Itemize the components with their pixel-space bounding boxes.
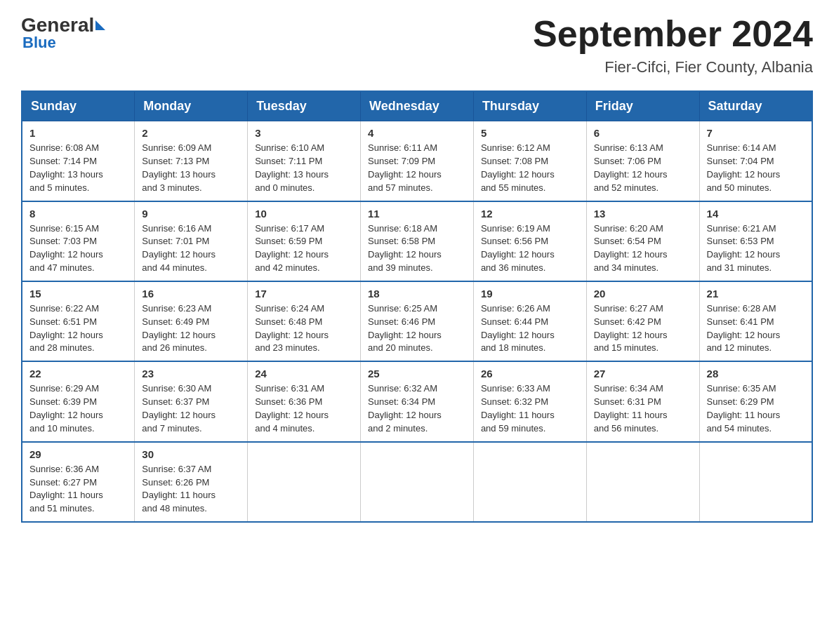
- day-number: 12: [481, 208, 579, 220]
- day-info: Sunrise: 6:25 AMSunset: 6:46 PMDaylight:…: [368, 302, 466, 355]
- day-number: 13: [594, 208, 692, 220]
- day-info: Sunrise: 6:22 AMSunset: 6:51 PMDaylight:…: [29, 302, 127, 355]
- calendar-cell: [586, 442, 699, 522]
- calendar-cell: 17Sunrise: 6:24 AMSunset: 6:48 PMDayligh…: [248, 281, 361, 361]
- day-info: Sunrise: 6:31 AMSunset: 6:36 PMDaylight:…: [255, 382, 353, 435]
- day-number: 1: [29, 127, 127, 139]
- calendar-cell: [699, 442, 812, 522]
- calendar-cell: 19Sunrise: 6:26 AMSunset: 6:44 PMDayligh…: [473, 281, 586, 361]
- calendar-cell: 26Sunrise: 6:33 AMSunset: 6:32 PMDayligh…: [473, 361, 586, 441]
- day-info: Sunrise: 6:17 AMSunset: 6:59 PMDaylight:…: [255, 222, 353, 275]
- calendar-cell: 12Sunrise: 6:19 AMSunset: 6:56 PMDayligh…: [473, 201, 586, 281]
- calendar-cell: 10Sunrise: 6:17 AMSunset: 6:59 PMDayligh…: [248, 201, 361, 281]
- day-number: 26: [481, 368, 579, 380]
- col-wednesday: Wednesday: [361, 91, 474, 121]
- calendar-cell: 1Sunrise: 6:08 AMSunset: 7:14 PMDaylight…: [22, 121, 135, 201]
- day-info: Sunrise: 6:28 AMSunset: 6:41 PMDaylight:…: [707, 302, 805, 355]
- day-number: 29: [29, 448, 127, 460]
- day-number: 25: [368, 368, 466, 380]
- day-info: Sunrise: 6:08 AMSunset: 7:14 PMDaylight:…: [29, 142, 127, 194]
- calendar-cell: 24Sunrise: 6:31 AMSunset: 6:36 PMDayligh…: [248, 361, 361, 441]
- day-info: Sunrise: 6:14 AMSunset: 7:04 PMDaylight:…: [707, 142, 805, 194]
- calendar-cell: 7Sunrise: 6:14 AMSunset: 7:04 PMDaylight…: [699, 121, 812, 201]
- day-number: 16: [142, 288, 240, 300]
- calendar-cell: 11Sunrise: 6:18 AMSunset: 6:58 PMDayligh…: [361, 201, 474, 281]
- day-info: Sunrise: 6:34 AMSunset: 6:31 PMDaylight:…: [594, 382, 692, 435]
- day-info: Sunrise: 6:16 AMSunset: 7:01 PMDaylight:…: [142, 222, 240, 275]
- day-info: Sunrise: 6:21 AMSunset: 6:53 PMDaylight:…: [707, 222, 805, 275]
- day-info: Sunrise: 6:27 AMSunset: 6:42 PMDaylight:…: [594, 302, 692, 355]
- day-number: 8: [29, 208, 127, 220]
- day-number: 18: [368, 288, 466, 300]
- calendar-cell: [248, 442, 361, 522]
- calendar-week-2: 8Sunrise: 6:15 AMSunset: 7:03 PMDaylight…: [22, 201, 812, 281]
- day-number: 5: [481, 127, 579, 139]
- calendar-cell: 22Sunrise: 6:29 AMSunset: 6:39 PMDayligh…: [22, 361, 135, 441]
- calendar-cell: 4Sunrise: 6:11 AMSunset: 7:09 PMDaylight…: [361, 121, 474, 201]
- calendar-week-5: 29Sunrise: 6:36 AMSunset: 6:27 PMDayligh…: [22, 442, 812, 522]
- calendar-cell: 14Sunrise: 6:21 AMSunset: 6:53 PMDayligh…: [699, 201, 812, 281]
- day-info: Sunrise: 6:10 AMSunset: 7:11 PMDaylight:…: [255, 142, 353, 194]
- day-info: Sunrise: 6:24 AMSunset: 6:48 PMDaylight:…: [255, 302, 353, 355]
- day-number: 7: [707, 127, 805, 139]
- day-number: 21: [707, 288, 805, 300]
- calendar-title: September 2024: [533, 14, 813, 54]
- calendar-cell: 15Sunrise: 6:22 AMSunset: 6:51 PMDayligh…: [22, 281, 135, 361]
- title-area: September 2024 Fier-Cifci, Fier County, …: [533, 14, 813, 76]
- day-info: Sunrise: 6:36 AMSunset: 6:27 PMDaylight:…: [29, 463, 127, 516]
- day-info: Sunrise: 6:33 AMSunset: 6:32 PMDaylight:…: [481, 382, 579, 435]
- calendar-table: Sunday Monday Tuesday Wednesday Thursday…: [21, 90, 813, 523]
- day-number: 17: [255, 288, 353, 300]
- day-number: 22: [29, 368, 127, 380]
- day-number: 9: [142, 208, 240, 220]
- calendar-cell: 5Sunrise: 6:12 AMSunset: 7:08 PMDaylight…: [473, 121, 586, 201]
- day-number: 27: [594, 368, 692, 380]
- day-info: Sunrise: 6:32 AMSunset: 6:34 PMDaylight:…: [368, 382, 466, 435]
- day-info: Sunrise: 6:26 AMSunset: 6:44 PMDaylight:…: [481, 302, 579, 355]
- day-number: 11: [368, 208, 466, 220]
- page-header: General Blue September 2024 Fier-Cifci, …: [21, 14, 813, 76]
- day-number: 19: [481, 288, 579, 300]
- col-tuesday: Tuesday: [248, 91, 361, 121]
- day-number: 23: [142, 368, 240, 380]
- day-number: 30: [142, 448, 240, 460]
- day-info: Sunrise: 6:12 AMSunset: 7:08 PMDaylight:…: [481, 142, 579, 194]
- calendar-cell: 13Sunrise: 6:20 AMSunset: 6:54 PMDayligh…: [586, 201, 699, 281]
- day-number: 24: [255, 368, 353, 380]
- calendar-cell: 20Sunrise: 6:27 AMSunset: 6:42 PMDayligh…: [586, 281, 699, 361]
- calendar-cell: 25Sunrise: 6:32 AMSunset: 6:34 PMDayligh…: [361, 361, 474, 441]
- calendar-header: Sunday Monday Tuesday Wednesday Thursday…: [22, 91, 812, 121]
- day-number: 2: [142, 127, 240, 139]
- day-info: Sunrise: 6:11 AMSunset: 7:09 PMDaylight:…: [368, 142, 466, 194]
- calendar-cell: 3Sunrise: 6:10 AMSunset: 7:11 PMDaylight…: [248, 121, 361, 201]
- day-info: Sunrise: 6:30 AMSunset: 6:37 PMDaylight:…: [142, 382, 240, 435]
- col-saturday: Saturday: [699, 91, 812, 121]
- calendar-cell: 16Sunrise: 6:23 AMSunset: 6:49 PMDayligh…: [135, 281, 248, 361]
- header-row: Sunday Monday Tuesday Wednesday Thursday…: [22, 91, 812, 121]
- calendar-week-1: 1Sunrise: 6:08 AMSunset: 7:14 PMDaylight…: [22, 121, 812, 201]
- day-info: Sunrise: 6:37 AMSunset: 6:26 PMDaylight:…: [142, 463, 240, 516]
- calendar-cell: 21Sunrise: 6:28 AMSunset: 6:41 PMDayligh…: [699, 281, 812, 361]
- day-info: Sunrise: 6:19 AMSunset: 6:56 PMDaylight:…: [481, 222, 579, 275]
- day-number: 15: [29, 288, 127, 300]
- calendar-week-3: 15Sunrise: 6:22 AMSunset: 6:51 PMDayligh…: [22, 281, 812, 361]
- day-info: Sunrise: 6:15 AMSunset: 7:03 PMDaylight:…: [29, 222, 127, 275]
- day-info: Sunrise: 6:23 AMSunset: 6:49 PMDaylight:…: [142, 302, 240, 355]
- calendar-subtitle: Fier-Cifci, Fier County, Albania: [533, 58, 813, 76]
- day-number: 20: [594, 288, 692, 300]
- day-info: Sunrise: 6:20 AMSunset: 6:54 PMDaylight:…: [594, 222, 692, 275]
- day-number: 14: [707, 208, 805, 220]
- col-monday: Monday: [135, 91, 248, 121]
- col-friday: Friday: [586, 91, 699, 121]
- day-info: Sunrise: 6:18 AMSunset: 6:58 PMDaylight:…: [368, 222, 466, 275]
- day-number: 28: [707, 368, 805, 380]
- day-info: Sunrise: 6:13 AMSunset: 7:06 PMDaylight:…: [594, 142, 692, 194]
- calendar-cell: 29Sunrise: 6:36 AMSunset: 6:27 PMDayligh…: [22, 442, 135, 522]
- logo-triangle: [95, 20, 105, 30]
- calendar-week-4: 22Sunrise: 6:29 AMSunset: 6:39 PMDayligh…: [22, 361, 812, 441]
- day-number: 3: [255, 127, 353, 139]
- calendar-cell: 28Sunrise: 6:35 AMSunset: 6:29 PMDayligh…: [699, 361, 812, 441]
- calendar-cell: 18Sunrise: 6:25 AMSunset: 6:46 PMDayligh…: [361, 281, 474, 361]
- calendar-cell: 30Sunrise: 6:37 AMSunset: 6:26 PMDayligh…: [135, 442, 248, 522]
- calendar-cell: [361, 442, 474, 522]
